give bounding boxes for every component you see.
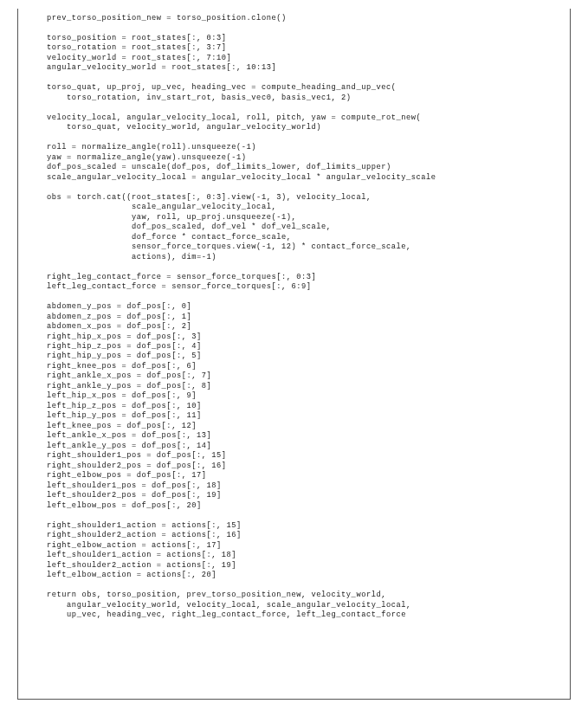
code-listing: prev_torso_position_new = torso_position… xyxy=(27,14,561,621)
page: prev_torso_position_new = torso_position… xyxy=(0,0,588,710)
code-listing-frame: prev_torso_position_new = torso_position… xyxy=(17,9,571,700)
